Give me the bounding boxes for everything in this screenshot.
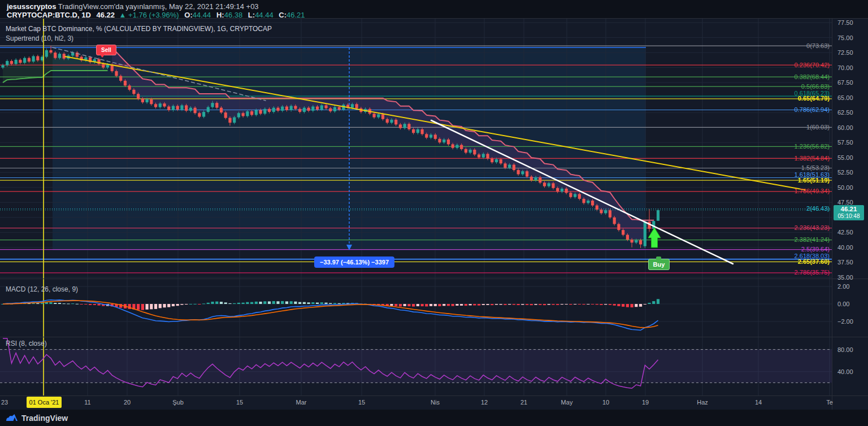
svg-text:2.5(39.64): 2.5(39.64)	[801, 246, 830, 253]
high-value: 46.38	[224, 11, 243, 19]
time-axis[interactable]: 2301 Oca '211120Şub15Mar15Nis1221May1019…	[1, 397, 833, 408]
svg-text:57.50: 57.50	[837, 139, 853, 146]
rsi-band-layer	[0, 350, 832, 383]
svg-text:12: 12	[481, 399, 488, 406]
svg-text:0.382(68.44): 0.382(68.44)	[795, 73, 830, 80]
low-label: L:	[248, 11, 255, 19]
price-change: ▲ +1.76 (+3.96%)	[119, 11, 179, 19]
buy-signal-badge: Buy	[648, 259, 670, 270]
svg-text:0.00: 0.00	[837, 301, 849, 307]
svg-text:2(46.43): 2(46.43)	[806, 205, 830, 212]
svg-text:0.786(62.94): 0.786(62.94)	[795, 106, 830, 113]
svg-text:50.00: 50.00	[837, 184, 853, 191]
svg-text:19: 19	[642, 399, 649, 406]
bar-countdown: 05:10:48	[834, 213, 864, 219]
svg-text:62.50: 62.50	[837, 109, 853, 116]
symbol-line: CRYPTOCAP:BTC.D, 1D 46.22 ▲ +1.76 (+3.96…	[7, 11, 305, 19]
svg-text:Şub: Şub	[172, 399, 184, 406]
svg-text:2.786(35.75): 2.786(35.75)	[795, 269, 830, 276]
last-price: 46.22	[96, 11, 115, 19]
current-price-value: 46.21	[834, 206, 864, 213]
measure-tool-label[interactable]: −33.97 (−46.13%) −3397	[314, 257, 394, 268]
chart-header: jesusscryptos TradingView.com'da yayınla…	[0, 0, 868, 18]
svg-text:72.50: 72.50	[837, 49, 853, 56]
byline-text: TradingView.com'da yayınlanmış, May 22, …	[56, 2, 258, 11]
svg-text:2.65(37.60): 2.65(37.60)	[798, 258, 830, 265]
low-value: 44.44	[255, 11, 274, 19]
svg-text:20: 20	[124, 399, 131, 406]
svg-text:0(73.63): 0(73.63)	[806, 42, 830, 49]
svg-text:15: 15	[236, 399, 243, 406]
buy-arrow-marker	[648, 228, 661, 247]
svg-text:40.00: 40.00	[837, 368, 853, 375]
svg-text:1.786(49.34): 1.786(49.34)	[795, 188, 830, 194]
svg-text:60.00: 60.00	[837, 124, 853, 131]
svg-text:11: 11	[84, 399, 90, 406]
svg-text:67.50: 67.50	[837, 79, 853, 86]
svg-text:52.50: 52.50	[837, 169, 853, 176]
close-label: C:	[279, 11, 287, 19]
sell-signal-badge: Sell	[96, 45, 116, 55]
svg-text:Te: Te	[826, 399, 833, 406]
macd-indicator-label[interactable]: MACD (12, 26, close, 9)	[6, 285, 78, 293]
symbol-name: CRYPTOCAP:BTC.D, 1D	[7, 11, 91, 19]
svg-text:14: 14	[755, 399, 762, 406]
rsi-indicator-label[interactable]: RSI (8, close)	[6, 340, 47, 347]
svg-text:65.00: 65.00	[837, 94, 853, 101]
main-pane-title[interactable]: Market Cap BTC Dominance, % (CALCULATED …	[6, 25, 272, 33]
current-price-axis-label[interactable]: 46.21 05:10:48	[834, 205, 864, 220]
fib-labels: 0(73.63)0.236(70.42)0.382(68.44)0.5(66.8…	[795, 42, 830, 276]
author-name: jesusscryptos	[7, 2, 56, 11]
svg-text:21: 21	[520, 399, 527, 406]
svg-text:2.382(41.24): 2.382(41.24)	[795, 236, 830, 243]
chart-canvas[interactable]: 77.5075.0072.5070.0067.5065.0062.5060.00…	[0, 0, 868, 426]
svg-text:40.00: 40.00	[837, 244, 853, 251]
open-value: 44.44	[193, 11, 211, 19]
price-axis[interactable]: 77.5075.0072.5070.0067.5065.0062.5060.00…	[837, 19, 853, 375]
tradingview-logo-icon	[6, 414, 18, 422]
svg-text:1.236(56.82): 1.236(56.82)	[795, 143, 830, 150]
svg-text:35.00: 35.00	[837, 274, 853, 281]
svg-text:0.5(66.83): 0.5(66.83)	[801, 83, 830, 90]
svg-text:May: May	[561, 399, 573, 406]
open-label: O:	[184, 11, 192, 19]
svg-text:Mar: Mar	[296, 399, 307, 406]
svg-text:80.00: 80.00	[837, 346, 853, 353]
svg-text:70.00: 70.00	[837, 64, 853, 71]
tradingview-brand[interactable]: TradingView	[6, 414, 68, 423]
svg-text:1(60.03): 1(60.03)	[806, 124, 830, 131]
svg-text:1.382(54.84): 1.382(54.84)	[795, 155, 830, 162]
svg-text:15: 15	[358, 399, 365, 406]
svg-text:0.236(70.42): 0.236(70.42)	[795, 62, 830, 68]
svg-text:2.236(43.23): 2.236(43.23)	[795, 224, 830, 231]
svg-text:−2.00: −2.00	[837, 318, 853, 325]
svg-text:0.65(64.79): 0.65(64.79)	[798, 95, 830, 102]
svg-text:55.00: 55.00	[837, 154, 853, 161]
close-value: 46.21	[287, 11, 305, 19]
svg-text:37.50: 37.50	[837, 259, 853, 266]
high-label: H:	[216, 11, 224, 19]
tradingview-brand-text: TradingView	[21, 414, 68, 423]
svg-text:Nis: Nis	[431, 399, 440, 406]
supertrend-indicator-label[interactable]: Supertrend (10, hl2, 3)	[6, 34, 73, 42]
tradingview-chart-page: { "header": { "byline_bold": "jesusscryp…	[0, 0, 868, 426]
footer-bar: TradingView	[0, 410, 868, 426]
svg-text:77.50: 77.50	[837, 19, 853, 26]
svg-text:2.00: 2.00	[837, 283, 849, 290]
svg-text:1.65(51.19): 1.65(51.19)	[798, 177, 830, 184]
svg-text:42.50: 42.50	[837, 229, 853, 236]
byline: jesusscryptos TradingView.com'da yayınla…	[7, 2, 259, 11]
svg-text:Haz: Haz	[697, 399, 708, 406]
svg-text:10: 10	[602, 399, 609, 406]
svg-text:1.5(53.23): 1.5(53.23)	[801, 164, 830, 171]
svg-text:01 Oca '21: 01 Oca '21	[29, 399, 59, 406]
svg-text:75.00: 75.00	[837, 34, 853, 41]
svg-text:23: 23	[1, 399, 8, 406]
